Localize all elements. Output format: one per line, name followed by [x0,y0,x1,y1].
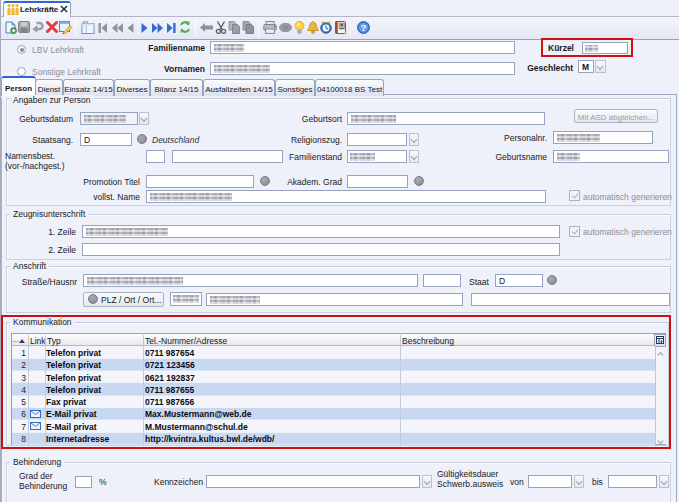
svg-text:?: ? [361,23,367,33]
